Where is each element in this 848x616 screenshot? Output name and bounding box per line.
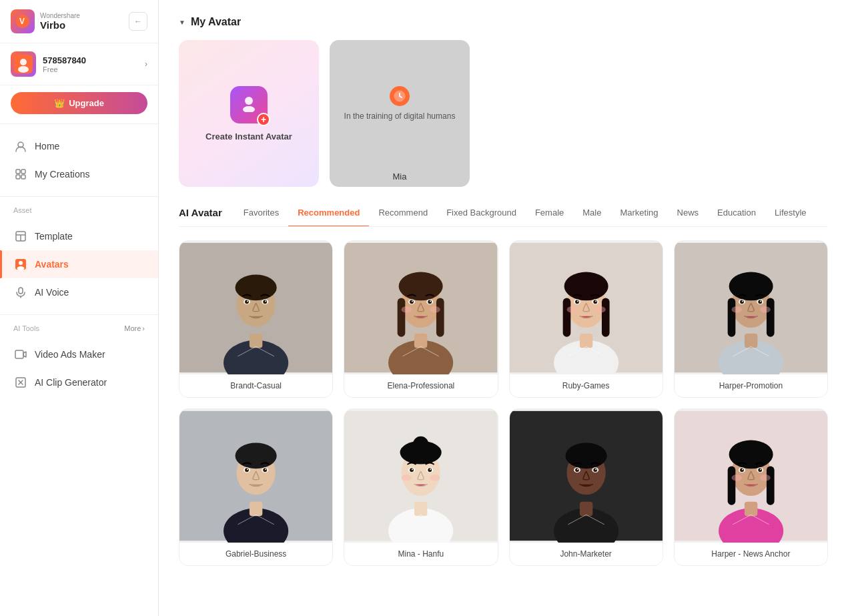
home-icon [13,139,28,153]
svg-point-115 [575,468,579,472]
svg-point-35 [263,300,267,304]
svg-point-34 [245,300,249,304]
svg-point-66 [566,306,577,313]
svg-point-117 [577,469,578,470]
avatar-card-elena[interactable]: Elena-Professional [344,240,498,398]
svg-point-36 [247,300,248,302]
ai-avatar-title: AI Avatar [179,207,234,226]
sidebar-item-template[interactable]: Template [0,222,158,250]
training-overlay: In the training of digital humans [330,40,470,167]
avatar-card-gabriel[interactable]: Gabriel-Business [179,408,333,566]
sidebar-item-video-ads[interactable]: Video Ads Maker [0,340,158,368]
tab-recommend[interactable]: Recommend [369,208,437,226]
svg-point-67 [595,306,606,313]
avatar-image-harper-p [675,241,827,374]
svg-point-50 [430,300,431,302]
main-nav: Home My Creations [0,127,158,194]
sidebar-item-ai-voice[interactable]: AI Voice [0,278,158,306]
tools-nav: Video Ads Maker AI Clip Generator [0,335,158,402]
svg-point-80 [760,300,761,302]
tab-education[interactable]: Education [708,208,765,226]
avatar-label-harper-n: Harper - News Anchor [675,543,827,565]
user-id: 578587840 [43,55,138,65]
svg-point-129 [758,468,762,472]
svg-point-132 [731,475,742,481]
svg-point-15 [17,266,25,270]
avatar-card-ruby[interactable]: Ruby-Games [509,240,663,398]
training-avatar-card[interactable]: In the training of digital humans Mia [330,40,470,187]
sidebar-item-home[interactable]: Home [0,132,158,160]
svg-point-133 [760,475,771,481]
svg-point-91 [263,468,267,472]
ai-voice-label: AI Voice [35,287,69,298]
template-label: Template [35,231,73,242]
avatar-card-harper-n[interactable]: Harper - News Anchor [674,408,828,566]
svg-rect-8 [16,175,20,179]
svg-rect-125 [767,466,775,505]
main-content: ▼ My Avatar + Create Instant Avatar [159,0,848,616]
user-expand-icon[interactable]: › [145,59,147,69]
tab-lifestyle[interactable]: Lifestyle [765,208,816,226]
tab-favorites[interactable]: Favorites [234,208,288,226]
svg-point-78 [758,300,762,304]
more-label: More [124,324,141,332]
training-avatar-name: Mia [393,172,407,182]
avatar-label-gabriel: Gabriel-Business [179,543,332,565]
svg-point-77 [740,300,744,304]
svg-point-79 [742,300,743,302]
clock-icon [390,86,410,106]
svg-rect-44 [436,298,444,336]
avatars-label: Avatars [35,259,69,270]
svg-point-3 [20,59,27,65]
ai-clip-icon [13,375,28,390]
avatar-label-harper-p: Harper-Promotion [675,374,827,397]
svg-point-65 [595,300,596,302]
sidebar-item-my-creations[interactable]: My Creations [0,160,158,188]
sidebar-item-ai-clip[interactable]: AI Clip Generator [0,368,158,396]
svg-point-130 [742,469,743,470]
ai-voice-icon [13,285,28,300]
tab-recommended[interactable]: Recommended [288,208,369,226]
tab-female[interactable]: Female [526,208,573,226]
plus-icon: + [257,113,270,126]
svg-rect-55 [579,334,592,348]
svg-point-64 [577,300,578,302]
collapse-button[interactable]: ← [129,12,147,31]
svg-point-104 [412,469,413,470]
avatar-image-harper-n [675,409,827,543]
svg-rect-121 [745,502,757,516]
upgrade-label: Upgrade [69,98,104,108]
svg-point-47 [410,300,414,304]
avatar-label-elena: Elena-Professional [344,374,497,397]
avatar-card-brandt[interactable]: Brandt-Casual [179,240,333,398]
create-instant-avatar-card[interactable]: + Create Instant Avatar [179,40,319,187]
tab-male[interactable]: Male [573,208,610,226]
tools-more-link[interactable]: More › [124,324,145,332]
svg-rect-70 [745,334,757,348]
sidebar: V Wondershare Virbo ← 578587840 Free › [0,0,159,616]
user-avatar [11,51,36,77]
svg-rect-40 [414,334,427,348]
svg-point-22 [245,97,253,105]
user-area: 578587840 Free › [0,43,158,85]
divider-1 [0,123,158,124]
svg-point-105 [430,469,431,470]
app-name: Virbo [40,19,80,31]
sidebar-item-avatars[interactable]: Avatars [0,250,158,278]
ai-clip-label: AI Clip Generator [35,377,107,388]
tab-fixed-bg[interactable]: Fixed Background [437,208,526,226]
svg-point-31 [236,274,277,300]
svg-point-92 [247,469,248,470]
avatar-card-harper-p[interactable]: Harper-Promotion [674,240,828,398]
svg-rect-59 [601,298,609,336]
divider-2 [0,196,158,197]
tab-news[interactable]: News [668,208,709,226]
avatar-card-mina[interactable]: Mina - Hanfu [344,408,498,566]
upgrade-button[interactable]: 👑 Upgrade [11,92,147,114]
avatar-label-john: John-Marketer [510,543,663,565]
svg-point-112 [565,442,606,469]
avatar-card-john[interactable]: John-Marketer [509,408,663,566]
svg-rect-96 [414,502,427,516]
svg-rect-6 [16,170,20,174]
tab-marketing[interactable]: Marketing [610,208,667,226]
